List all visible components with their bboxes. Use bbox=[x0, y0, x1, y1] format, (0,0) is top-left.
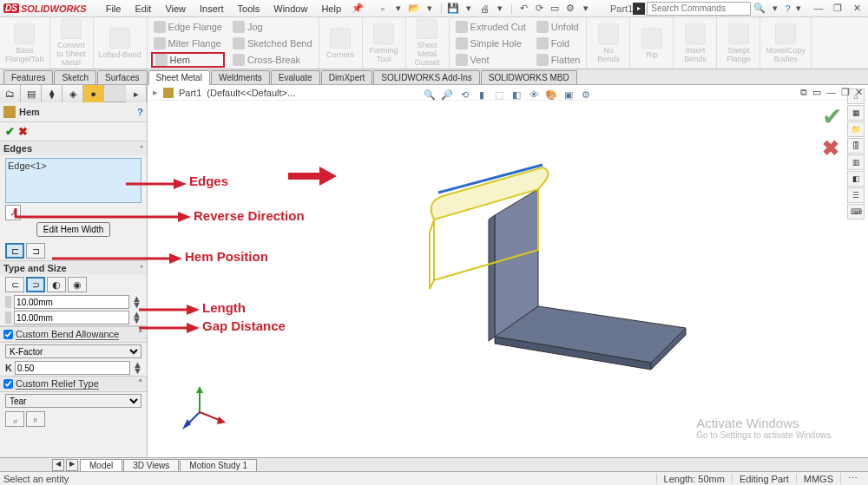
collapse-icon[interactable]: ˄ bbox=[138, 329, 143, 340]
relief-tear-icon[interactable]: ⟓ bbox=[5, 411, 24, 427]
tab-motion-study[interactable]: Motion Study 1 bbox=[180, 459, 257, 471]
cba-checkbox[interactable] bbox=[3, 330, 13, 339]
display-style-icon[interactable]: ◧ bbox=[509, 87, 524, 102]
minimize-button[interactable]: — bbox=[811, 3, 826, 14]
design-lib-icon[interactable]: 📁 bbox=[847, 121, 865, 137]
menu-file[interactable]: File bbox=[101, 2, 127, 16]
status-extra-icon[interactable]: ⋯ bbox=[840, 473, 865, 484]
appearances-icon[interactable]: ◧ bbox=[847, 171, 865, 187]
hem-position-bend-outside[interactable]: ⊐ bbox=[26, 243, 45, 259]
cmd-simple-hole[interactable]: Simple Hole bbox=[453, 36, 529, 51]
open-icon[interactable]: 📂 bbox=[407, 2, 421, 16]
edit-hem-width-button[interactable]: Edit Hem Width bbox=[36, 222, 110, 237]
cmd-corners[interactable]: Corners bbox=[319, 17, 363, 69]
confirm-ok-icon[interactable]: ✔ bbox=[822, 102, 842, 131]
cmd-hem[interactable]: Hem bbox=[151, 52, 225, 68]
cmd-extruded-cut[interactable]: Extruded Cut bbox=[453, 19, 529, 35]
tab-evaluate[interactable]: Evaluate bbox=[271, 70, 320, 84]
tab-addins[interactable]: SOLIDWORKS Add-Ins bbox=[373, 70, 479, 84]
cmd-convert-sheet[interactable]: Convert to Sheet Metal bbox=[50, 17, 94, 69]
dropdown-icon[interactable]: ▾ bbox=[462, 2, 476, 16]
cmd-forming-tool[interactable]: Forming Tool bbox=[363, 17, 406, 69]
dropdown-icon[interactable]: ▾ bbox=[391, 2, 405, 16]
length-input[interactable] bbox=[14, 295, 129, 309]
tab-sketch[interactable]: Sketch bbox=[54, 70, 96, 84]
cmd-lofted-bend[interactable]: Lofted-Bend bbox=[94, 17, 148, 69]
custom-bend-allowance-header[interactable]: Custom Bend Allowance ˄ bbox=[0, 326, 147, 343]
scene-icon[interactable]: ▣ bbox=[561, 87, 576, 102]
hide-show-icon[interactable]: 👁 bbox=[526, 87, 542, 102]
cmd-sketched-bend[interactable]: Sketched Bend bbox=[230, 36, 315, 51]
prev-view-icon[interactable]: ⟲ bbox=[457, 87, 472, 102]
cmd-vent[interactable]: Vent bbox=[453, 52, 529, 68]
cmd-swept-flange[interactable]: Swept Flange bbox=[717, 17, 760, 69]
tab-dimxpert[interactable]: DimXpert bbox=[321, 70, 373, 84]
collapse-icon[interactable]: ˄ bbox=[138, 378, 143, 390]
hem-position-material-inside[interactable]: ⊏ bbox=[5, 243, 24, 259]
cmd-cross-break[interactable]: Cross-Break bbox=[230, 52, 315, 68]
relief-checkbox[interactable] bbox=[3, 379, 13, 389]
gap-input[interactable] bbox=[14, 311, 129, 324]
menu-window[interactable]: Window bbox=[268, 2, 312, 16]
menu-help[interactable]: Help bbox=[316, 2, 346, 16]
select-icon[interactable]: ▭ bbox=[548, 2, 562, 16]
pm-cancel-button[interactable]: ✖ bbox=[18, 125, 28, 138]
custom-props-icon[interactable]: ☰ bbox=[847, 187, 865, 203]
cmd-rip[interactable]: Rip bbox=[630, 17, 674, 69]
save-icon[interactable]: 💾 bbox=[446, 2, 460, 16]
menu-edit[interactable]: Edit bbox=[129, 2, 156, 16]
cmd-miter-flange[interactable]: Miter Flange bbox=[151, 36, 225, 51]
collapse-icon[interactable]: ˄ bbox=[140, 265, 143, 272]
config-tab-icon[interactable]: ⧫ bbox=[42, 85, 62, 102]
feature-tree-tab-icon[interactable]: 🗂 bbox=[0, 85, 21, 102]
view-settings-icon[interactable]: ⚙ bbox=[578, 87, 594, 102]
dimxpert-tab-icon[interactable]: ◈ bbox=[62, 85, 83, 102]
menu-tools[interactable]: Tools bbox=[233, 2, 266, 16]
cmd-base-flange[interactable]: Base Flange/Tab bbox=[0, 17, 50, 69]
hem-type-closed[interactable]: ⊂ bbox=[5, 277, 24, 292]
hem-type-teardrop[interactable]: ◐ bbox=[47, 277, 66, 292]
menu-insert[interactable]: Insert bbox=[194, 2, 229, 16]
dropdown-icon[interactable]: ▾ bbox=[793, 2, 804, 16]
reverse-direction-button[interactable]: ↗ bbox=[5, 205, 21, 220]
hem-type-open[interactable]: ⊃ bbox=[26, 277, 45, 292]
doc-restore-icon[interactable]: ⧉ bbox=[800, 87, 807, 98]
scroll-right-icon[interactable]: ▶ bbox=[66, 459, 78, 471]
rebuild-icon[interactable]: ⟳ bbox=[532, 2, 546, 16]
cmd-no-bends[interactable]: No Bends bbox=[587, 17, 630, 69]
doc-max-icon[interactable]: ❐ bbox=[841, 87, 850, 98]
close-button[interactable]: ✕ bbox=[849, 3, 865, 14]
undo-icon[interactable]: ↶ bbox=[516, 2, 530, 16]
menu-view[interactable]: View bbox=[160, 2, 191, 16]
cmd-fold[interactable]: Fold bbox=[534, 36, 583, 51]
forum-icon[interactable]: ⌨ bbox=[847, 204, 865, 220]
display-tab-icon[interactable]: ● bbox=[83, 85, 104, 102]
cmd-edge-flange[interactable]: Edge Flange bbox=[151, 19, 225, 35]
view-palette-icon[interactable]: ▥ bbox=[847, 154, 865, 170]
search-icon[interactable]: 🔍 bbox=[753, 2, 766, 16]
view-orient-icon[interactable]: ⬚ bbox=[491, 87, 507, 102]
custom-relief-header[interactable]: Custom Relief Type ˄ bbox=[0, 376, 147, 392]
status-units[interactable]: MMGS bbox=[796, 474, 840, 484]
gap-spinner[interactable]: ▲▼ bbox=[132, 311, 141, 324]
cmd-flatten[interactable]: Flatten bbox=[534, 52, 583, 68]
help-icon[interactable]: ? bbox=[782, 2, 792, 16]
relief-type-select[interactable]: Tear bbox=[5, 394, 141, 408]
bend-allowance-type-select[interactable]: K-Factor bbox=[5, 344, 141, 358]
edges-header[interactable]: Edges˄ bbox=[0, 141, 147, 155]
length-spinner[interactable]: ▲▼ bbox=[132, 296, 141, 308]
search-caret-icon[interactable]: ▸ bbox=[633, 3, 645, 15]
dropdown-icon[interactable]: ▾ bbox=[423, 2, 437, 16]
tab-sheet-metal[interactable]: Sheet Metal bbox=[148, 70, 210, 85]
scroll-left-icon[interactable]: ◀ bbox=[52, 459, 64, 471]
tab-model[interactable]: Model bbox=[80, 459, 122, 471]
kfactor-input[interactable] bbox=[15, 361, 130, 375]
cmd-jog[interactable]: Jog bbox=[230, 19, 315, 35]
pin-icon[interactable]: 📌 bbox=[352, 3, 364, 14]
cmd-unfold[interactable]: Unfold bbox=[534, 19, 583, 35]
panel-expand-icon[interactable]: ▸ bbox=[126, 85, 147, 102]
dropdown-icon[interactable]: ▾ bbox=[579, 2, 593, 16]
doc-minimize-icon[interactable]: ▭ bbox=[812, 87, 821, 98]
search-commands-input[interactable] bbox=[647, 2, 751, 16]
new-doc-icon[interactable]: ▫ bbox=[376, 2, 390, 16]
